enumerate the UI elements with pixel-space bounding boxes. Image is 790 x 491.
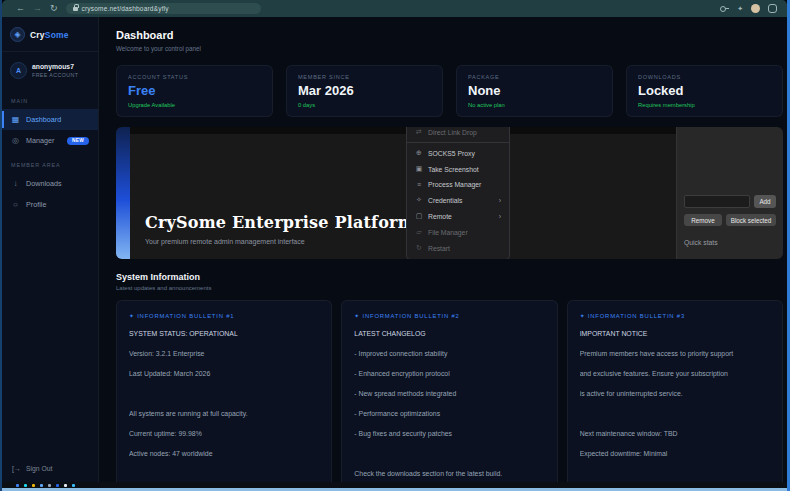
user-name: anonymous7 [32, 63, 78, 70]
menu-item-take-screenshot[interactable]: ▣ Take Screenshot [407, 161, 509, 177]
sidebar-item-dashboard[interactable]: ▦ Dashboard [2, 109, 98, 130]
globe-icon: ⊕ [415, 149, 423, 157]
camera-icon: ▣ [415, 165, 423, 173]
user-plan: FREE ACCOUNT [32, 72, 78, 78]
menu-item-label: Process Manager [428, 181, 481, 188]
submenu-chevron-icon: › [499, 213, 501, 220]
taskbar-icon[interactable] [64, 484, 67, 487]
dashboard-icon: ▦ [11, 115, 20, 124]
add-button[interactable]: Add [754, 195, 776, 208]
key-icon: ✧ [415, 196, 423, 204]
bulletin-line: - Improved connection stability [354, 344, 544, 364]
bulletin-body: SYSTEM STATUS: OPERATIONAL Version: 3.2.… [129, 324, 319, 464]
sidebar-item-profile[interactable]: ○ Profile [2, 194, 98, 215]
sidebar: ◈ CrySome A anonymous7 FREE ACCOUNT MAIN… [2, 17, 99, 482]
stat-card-downloads: DOWNLOADS Locked Requires membership [626, 65, 783, 117]
browser-profile-avatar[interactable] [751, 4, 760, 13]
bulletin-body: LATEST CHANGELOG - Improved connection s… [354, 324, 544, 482]
menu-item-label: Take Screenshot [428, 166, 479, 173]
address-bar[interactable]: crysome.net/dashboard&yfly [66, 3, 261, 14]
stat-card-member-since: MEMBER SINCE Mar 2026 0 days [286, 65, 443, 117]
extension-icon[interactable]: ✦ [737, 5, 743, 12]
bulletin-line: - Performance optimizations [354, 404, 544, 424]
forward-icon[interactable]: → [33, 4, 42, 13]
sidebar-item-manager[interactable]: ◎ Manager NEW [2, 130, 98, 151]
system-info-subtitle: Latest updates and announcements [116, 285, 783, 291]
stat-note: Upgrade Available [128, 102, 261, 108]
url-text[interactable]: crysome.net/dashboard&yfly [82, 5, 169, 12]
menu-item-label: File Manager [428, 229, 468, 236]
app-shell: ◈ CrySome A anonymous7 FREE ACCOUNT MAIN… [2, 17, 787, 482]
bulletin-line: - Bug fixes and security patches [354, 424, 544, 444]
bulletin-line: Version: 3.2.1 Enterprise [129, 344, 319, 364]
menu-item-socks5-proxy[interactable]: ⊕ SOCKS5 Proxy [407, 145, 509, 161]
bulletin-card-3: ✦ INFORMATION BULLETIN #3 IMPORTANT NOTI… [567, 300, 783, 482]
menu-item-restart[interactable]: ↻ Restart [407, 240, 509, 256]
taskbar-icon[interactable] [32, 484, 35, 487]
bulletin-header: ✦ INFORMATION BULLETIN #3 [580, 313, 770, 319]
logo-text: CrySome [30, 30, 69, 40]
taskbar-icon[interactable] [56, 484, 59, 487]
sign-out-icon: [→ [12, 465, 21, 472]
sidebar-item-label: Manager [26, 136, 54, 145]
password-key-icon[interactable] [720, 6, 729, 11]
process-list-icon: ≡ [415, 181, 423, 188]
folder-icon: ▱ [415, 228, 423, 236]
taskbar-icon[interactable] [24, 484, 27, 487]
bulletin-line: - New spread methods integrated [354, 384, 544, 404]
browser-menu-icon[interactable] [768, 4, 777, 13]
stat-value: Free [128, 83, 261, 98]
bulletin-line: - Enhanced encryption protocol [354, 364, 544, 384]
menu-item-process-manager[interactable]: ≡ Process Manager [407, 177, 509, 192]
manager-icon: ◎ [11, 136, 20, 145]
user-card[interactable]: A anonymous7 FREE ACCOUNT [2, 52, 98, 87]
reload-icon[interactable]: ↻ [50, 4, 58, 13]
main-content: Dashboard Welcome to your control panel … [99, 17, 787, 482]
sign-out-button[interactable]: [→ Sign Out [2, 457, 98, 476]
page-title: Dashboard [116, 29, 783, 41]
bulletin-line [354, 444, 544, 464]
hero-subtitle: Your premium remote admin management int… [145, 238, 415, 245]
logo-icon: ◈ [10, 27, 25, 42]
remove-button[interactable]: Remove [684, 214, 722, 226]
taskbar-icon[interactable] [72, 484, 75, 487]
taskbar-icon[interactable] [16, 484, 19, 487]
restart-icon: ↻ [415, 244, 423, 252]
user-avatar: A [10, 62, 27, 79]
taskbar-icon[interactable] [40, 484, 43, 487]
sidebar-item-downloads[interactable]: ↓ Downloads [2, 173, 98, 194]
bulletin-line: Expected downtime: Minimal [580, 444, 770, 464]
bulletin-body: IMPORTANT NOTICE Premium members have ac… [580, 324, 770, 464]
block-selected-button[interactable]: Block selected [726, 214, 776, 226]
download-icon: ↓ [11, 179, 20, 188]
bulletin-cards: ✦ INFORMATION BULLETIN #1 SYSTEM STATUS:… [116, 300, 783, 482]
menu-item-file-manager[interactable]: ▱ File Manager [407, 224, 509, 240]
bulletin-line: is active for uninterrupted service. [580, 384, 770, 404]
context-menu: ⇄ Direct Link Drop ⊕ SOCKS5 Proxy ▣ Take… [406, 127, 510, 259]
hero-title: CrySome Enterprise Platform [145, 213, 415, 232]
taskbar-icon[interactable] [48, 484, 51, 487]
bulletin-line: Current uptime: 99.98% [129, 424, 319, 444]
stat-card-account-status: ACCOUNT STATUS Free Upgrade Available [116, 65, 273, 117]
menu-item-remote[interactable]: ▢ Remote › [407, 208, 509, 224]
stat-note: 0 days [298, 102, 431, 108]
lock-icon [73, 7, 78, 11]
add-input[interactable] [684, 195, 750, 208]
bulletin-line: LATEST CHANGELOG [354, 324, 544, 344]
stat-note: Requires membership [638, 102, 771, 108]
menu-item-direct-link-drop[interactable]: ⇄ Direct Link Drop [407, 127, 509, 140]
menu-item-credentials[interactable]: ✧ Credentials › [407, 192, 509, 208]
stat-value: Mar 2026 [298, 83, 431, 98]
logo[interactable]: ◈ CrySome [2, 24, 98, 52]
stat-card-package: PACKAGE None No active plan [456, 65, 613, 117]
bulletin-line: Premium members have access to priority … [580, 344, 770, 364]
menu-item-label: Direct Link Drop [428, 129, 477, 136]
hero-banner: CrySome Enterprise Platform Your premium… [116, 127, 783, 259]
menu-item-label: Remote [428, 213, 452, 220]
link-icon: ⇄ [415, 128, 423, 136]
bulletin-header: ✦ INFORMATION BULLETIN #1 [129, 313, 319, 319]
bulletin-line: IMPORTANT NOTICE [580, 324, 770, 344]
back-icon[interactable]: ← [16, 4, 25, 13]
page-subtitle: Welcome to your control panel [116, 45, 783, 52]
bulletin-card-1: ✦ INFORMATION BULLETIN #1 SYSTEM STATUS:… [116, 300, 332, 482]
